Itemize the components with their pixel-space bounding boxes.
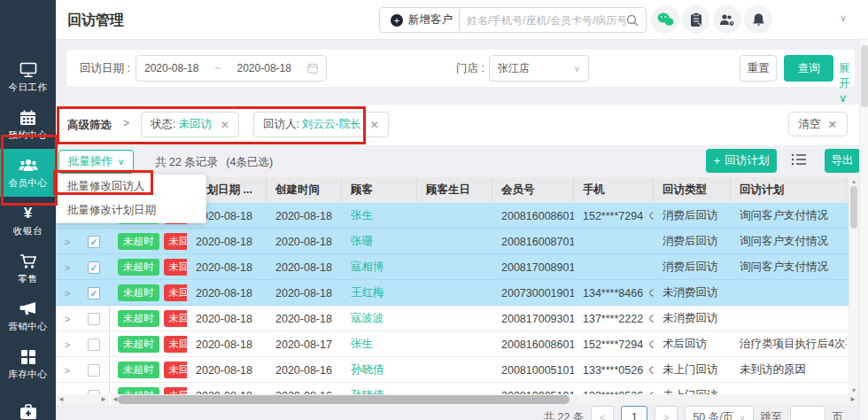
row-checkbox[interactable]: ✓ <box>88 236 100 248</box>
row-checkbox-cell <box>79 331 109 357</box>
row-checkbox-cell: ✓ <box>79 254 109 280</box>
column-header: 顾客 <box>342 177 417 203</box>
create-time-cell-text: 2020-08-16 <box>275 364 332 377</box>
customer-cell-text: 张生 <box>351 208 373 223</box>
advanced-filter-arrow-icon[interactable]: > <box>123 117 129 129</box>
row-expander-icon[interactable]: > <box>56 229 79 254</box>
page-scroll-thumb[interactable] <box>861 45 868 107</box>
remove-tag-icon[interactable]: ✕ <box>221 119 229 131</box>
expand-link[interactable]: 展开 ∨ <box>839 61 855 105</box>
table-horizontal-scrollbar[interactable]: ◄ ► <box>111 394 857 405</box>
row-checkbox[interactable] <box>88 338 100 351</box>
phone-cell <box>574 254 654 280</box>
scroll-right-icon[interactable]: ► <box>849 395 856 403</box>
visit-plan-cell-text: 治疗类项目执行后4次不同岗... <box>740 337 847 352</box>
visit-type-cell-text: 未消费回访 <box>663 285 718 300</box>
sidebar-item-会员中心[interactable]: 会员中心 <box>0 149 56 197</box>
store-select[interactable]: 张江店 ∨ <box>489 55 589 82</box>
current-page-button[interactable]: 1 <box>621 406 647 420</box>
clear-filters-button[interactable]: 清空 ✕ <box>788 112 848 136</box>
clipboard-phone-icon[interactable] <box>682 5 710 34</box>
plan-date-cell-text: 2020-08-18 <box>196 261 252 274</box>
phone-cell-text: 137****2222 <box>583 313 643 325</box>
megaphone-icon <box>19 300 38 318</box>
row-checkbox[interactable] <box>88 364 100 377</box>
customer-cell[interactable]: 张生 <box>342 203 417 229</box>
filter-tag: 回访人:刘云云-院长✕ <box>253 112 389 137</box>
vertical-scroll-thumb[interactable] <box>850 186 857 229</box>
status-badge-unvisited: 未回访 <box>164 310 188 327</box>
member-no-cell: 200816008601 <box>492 203 574 229</box>
scroll-right-icon[interactable]: ► <box>100 395 107 403</box>
visit-type-cell: 消费后回访 <box>654 229 731 254</box>
wechat-icon[interactable] <box>651 5 679 34</box>
row-expander-icon[interactable]: > <box>56 280 79 306</box>
visit-type-cell-text: 消费后回访 <box>663 208 718 223</box>
table-row: >✓未超时未回访2020-08-182020-08-18寇相博200817008… <box>56 254 849 280</box>
scroll-down-icon[interactable]: ▼ <box>849 387 857 393</box>
table-vertical-scrollbar[interactable]: ▲ ▼ <box>849 177 857 394</box>
filter-tag-name: 回访人: <box>263 117 299 132</box>
prev-page-button[interactable]: < <box>591 406 614 420</box>
export-button[interactable]: 导出 <box>825 149 860 173</box>
customers-clock-icon[interactable] <box>713 5 741 34</box>
visit-date-range-picker[interactable]: 2020-08-18 ~ 2020-08-18 <box>136 55 327 82</box>
search-icon[interactable] <box>626 14 639 27</box>
frozen-horizontal-scrollbar[interactable]: ◄ ► <box>56 394 109 405</box>
page-vertical-scrollbar[interactable] <box>859 40 868 420</box>
horizontal-scroll-thumb[interactable] <box>118 395 570 404</box>
member-no-cell: 200810005101 <box>492 357 574 383</box>
jump-page-input[interactable] <box>790 406 825 420</box>
search-input[interactable] <box>467 14 626 27</box>
date-tilde: ~ <box>214 62 221 74</box>
scroll-up-icon[interactable]: ▲ <box>849 178 857 184</box>
add-visit-plan-button[interactable]: + 回访计划 <box>706 149 777 173</box>
row-expander-icon[interactable]: > <box>56 306 79 331</box>
sidebar-item-今日工作[interactable]: 今日工作 <box>0 53 56 101</box>
scroll-left-icon[interactable]: ◄ <box>58 395 65 403</box>
remove-tag-icon[interactable]: ✕ <box>370 119 379 131</box>
customer-cell[interactable]: 张珊 <box>342 229 417 254</box>
column-header: 回访计划 <box>731 177 847 203</box>
dropdown-item[interactable]: 批量修改计划日期 <box>57 198 205 222</box>
row-checkbox[interactable]: ✓ <box>88 287 100 299</box>
bell-icon[interactable] <box>744 5 772 34</box>
sidebar-item-收银台[interactable]: ¥收银台 <box>0 197 56 245</box>
row-expander-icon[interactable]: > <box>56 357 79 383</box>
customer-cell[interactable]: 张生 <box>342 331 417 357</box>
sidebar-item-零售[interactable]: 零售 <box>0 245 56 292</box>
column-settings-icon[interactable] <box>791 152 809 170</box>
header-collapse-chevron-icon[interactable]: ∨ <box>840 12 847 24</box>
next-page-button[interactable]: > <box>655 406 678 420</box>
row-expander-icon[interactable]: > <box>56 331 79 357</box>
page-size-select[interactable]: 50 条/页 ∨ <box>685 406 753 420</box>
query-button[interactable]: 查询 <box>784 55 833 82</box>
store-label: 门店 : <box>456 61 484 76</box>
sidebar-item-库存中心[interactable]: 库存中心 <box>0 340 56 388</box>
batch-operation-button[interactable]: 批量操作 ∨ <box>58 150 134 174</box>
row-checkbox[interactable] <box>88 313 100 325</box>
advanced-filter-label[interactable]: 高级筛选 <box>67 118 112 133</box>
customer-cell[interactable]: 孙晓倩 <box>342 357 417 383</box>
row-checkbox[interactable]: ✓ <box>88 261 100 274</box>
add-customer-button[interactable]: + 新增客户 <box>379 7 464 33</box>
birthday-cell <box>417 254 492 280</box>
sidebar-item-营销中心[interactable]: 营销中心 <box>0 292 56 340</box>
customer-cell[interactable]: 寇波波 <box>342 306 417 331</box>
visit-plan-cell-text: 询问客户支付情况 <box>740 234 828 249</box>
row-expander-icon[interactable]: > <box>56 254 79 280</box>
customer-cell-text: 寇相博 <box>351 260 384 275</box>
sidebar-item[interactable] <box>0 388 56 420</box>
close-icon: ✕ <box>828 118 837 131</box>
customer-cell[interactable]: 王红梅 <box>342 280 417 306</box>
reset-button[interactable]: 重置 <box>740 55 777 82</box>
sidebar-item-预约中心[interactable]: 预约中心 <box>0 101 56 149</box>
phone-cell: 152****7294 <box>574 203 654 229</box>
customer-cell[interactable]: 寇相博 <box>342 254 417 280</box>
birthday-cell <box>417 357 492 383</box>
advanced-filter-panel: 高级筛选 > 状态:未回访✕回访人:刘云云-院长✕ 清空 ✕ <box>56 105 859 145</box>
column-header: 会员号 <box>492 177 574 203</box>
member-no-cell-text: 200810005101 <box>501 364 574 377</box>
dropdown-item[interactable]: 批量修改回访人 <box>57 175 205 198</box>
create-time-cell: 2020-08-18 <box>267 229 342 254</box>
